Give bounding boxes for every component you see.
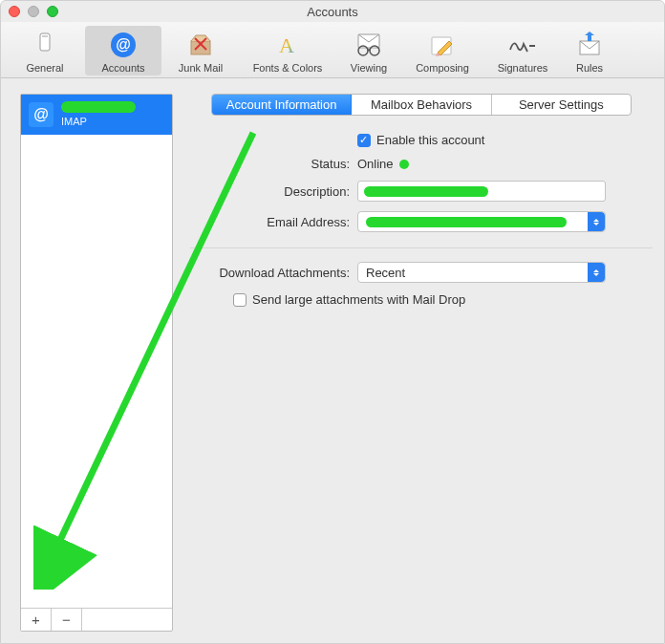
composing-icon <box>425 30 460 60</box>
toolbar-composing[interactable]: Composing <box>402 26 483 75</box>
attachments-label: Download Attachments: <box>190 266 357 280</box>
tab-mailbox-behaviors[interactable]: Mailbox Behaviors <box>352 95 491 115</box>
general-icon <box>28 30 62 60</box>
description-field[interactable] <box>357 181 606 202</box>
email-redacted <box>366 217 567 227</box>
svg-rect-1 <box>42 35 48 37</box>
svg-text:A: A <box>279 33 294 57</box>
rules-icon <box>572 30 607 60</box>
enable-account-label: Enable this account <box>376 133 484 147</box>
toolbar-junk-mail[interactable]: Junk Mail <box>163 26 238 75</box>
signatures-icon <box>505 30 540 60</box>
account-tabs: Account Information Mailbox Behaviors Se… <box>211 94 632 116</box>
at-icon: @ <box>29 102 54 127</box>
prefs-toolbar: General @ Accounts Junk Mail A Fonts & C… <box>1 22 664 78</box>
mail-drop-checkbox[interactable] <box>233 293 247 307</box>
email-address-popup[interactable] <box>357 211 606 232</box>
account-name-redacted <box>61 101 136 113</box>
add-account-button[interactable]: + <box>21 609 52 631</box>
status-dot-icon <box>399 160 409 169</box>
window-zoom-button[interactable] <box>47 6 58 17</box>
mail-drop-label: Send large attachments with Mail Drop <box>252 292 465 307</box>
divider <box>190 247 653 248</box>
status-value: Online <box>357 157 394 171</box>
accounts-list[interactable]: @ IMAP + − <box>20 94 173 632</box>
junk-mail-icon <box>183 30 218 60</box>
account-row[interactable]: @ IMAP <box>21 95 172 135</box>
description-redacted <box>364 186 488 197</box>
fonts-colors-icon: A <box>270 30 305 60</box>
chevron-updown-icon <box>588 263 605 282</box>
accounts-icon: @ <box>106 30 140 60</box>
email-label: Email Address: <box>190 215 357 229</box>
window-title: Accounts <box>1 5 664 19</box>
status-label: Status: <box>190 157 357 171</box>
chevron-updown-icon <box>588 212 605 231</box>
toolbar-fonts-colors[interactable]: A Fonts & Colors <box>240 26 335 75</box>
toolbar-rules[interactable]: Rules <box>563 26 616 75</box>
window-minimize-button <box>28 6 39 17</box>
tab-account-information[interactable]: Account Information <box>212 95 352 115</box>
viewing-icon <box>352 30 386 60</box>
window-close-button[interactable] <box>9 6 20 17</box>
tab-server-settings[interactable]: Server Settings <box>492 95 631 115</box>
description-label: Description: <box>190 184 357 199</box>
download-attachments-popup[interactable]: Recent <box>357 262 606 283</box>
remove-account-button[interactable]: − <box>52 609 82 631</box>
enable-account-checkbox[interactable] <box>357 134 371 147</box>
toolbar-viewing[interactable]: Viewing <box>337 26 400 75</box>
toolbar-general[interactable]: General <box>7 26 83 75</box>
account-type: IMAP <box>61 116 136 127</box>
toolbar-signatures[interactable]: Signatures <box>484 26 561 75</box>
svg-text:@: @ <box>116 36 131 53</box>
titlebar: Accounts <box>1 1 664 22</box>
toolbar-accounts[interactable]: @ Accounts <box>85 26 161 75</box>
